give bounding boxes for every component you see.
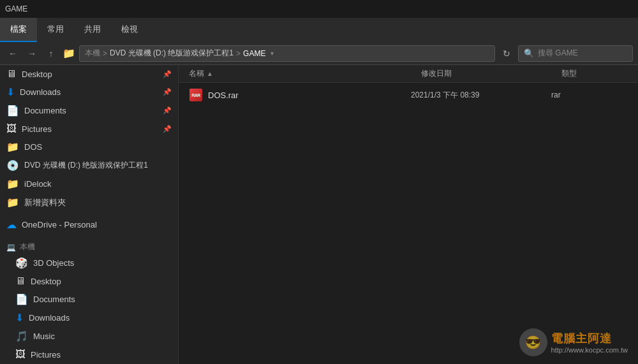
pin-icon: 📌 xyxy=(163,125,172,133)
pin-icon: 📌 xyxy=(163,106,172,115)
path-game: GAME xyxy=(243,49,265,58)
pictures-icon: 🖼 xyxy=(6,123,17,135)
sidebar-group-thispc[interactable]: 💻 本機 xyxy=(0,238,178,254)
watermark-text: 電腦主阿達 http://www.kocpc.com.tw xyxy=(551,331,628,354)
dvd-icon: 💿 xyxy=(6,159,19,171)
watermark-url: http://www.kocpc.com.tw xyxy=(551,346,628,354)
ribbon-tab-file[interactable]: 檔案 xyxy=(0,18,37,42)
sidebar-item-dvd[interactable]: 💿 DVD 光碟機 (D:) 绝版游戏保护工程1 xyxy=(0,156,178,175)
sidebar: 🖥 Desktop 📌 ⬇ Downloads 📌 📄 Documents 📌 … xyxy=(0,65,179,364)
idelock-icon: 📁 xyxy=(6,178,19,190)
path-dvd: DVD 光碟機 (D:) 绝版游戏保护工程1 xyxy=(110,48,234,59)
sidebar-item-documents-pc[interactable]: 📄 Documents xyxy=(0,290,178,309)
sidebar-item-downloads[interactable]: ⬇ Downloads 📌 xyxy=(0,83,178,101)
sidebar-item-label: Documents xyxy=(24,106,66,115)
path-chevron: ▾ xyxy=(271,50,274,57)
ribbon-tab-share[interactable]: 共用 xyxy=(74,18,111,42)
sidebar-item-label: Pictures xyxy=(31,350,61,360)
sidebar-item-label: Downloads xyxy=(20,87,61,97)
onedrive-icon: ☁ xyxy=(6,219,17,231)
thispc-label: 本機 xyxy=(20,242,35,252)
col-header-date[interactable]: 修改日期 xyxy=(416,68,556,79)
pin-icon: 📌 xyxy=(163,88,172,96)
sidebar-item-label: iDelock xyxy=(24,179,52,189)
col-name-label: 名稱 xyxy=(189,68,204,79)
sidebar-item-label: Downloads xyxy=(29,313,70,323)
ribbon-tab-home[interactable]: 常用 xyxy=(37,18,74,42)
sidebar-item-label: OneDrive - Personal xyxy=(22,220,97,229)
dos-folder-icon: 📁 xyxy=(6,141,19,153)
sidebar-item-documents[interactable]: 📄 Documents 📌 xyxy=(0,101,178,120)
ribbon-tab-view[interactable]: 檢視 xyxy=(111,18,148,42)
pictures-pc-icon: 🖼 xyxy=(15,349,26,360)
sidebar-item-label: DOS xyxy=(24,142,42,152)
up-button[interactable]: ↑ xyxy=(43,46,59,61)
sidebar-item-new-folder[interactable]: 📁 新增資料夾 xyxy=(0,193,178,212)
watermark-logo: 😎 xyxy=(519,328,547,356)
watermark: 😎 電腦主阿達 http://www.kocpc.com.tw xyxy=(519,328,628,356)
sidebar-item-pictures[interactable]: 🖼 Pictures 📌 xyxy=(0,120,178,138)
sidebar-item-desktop-pc[interactable]: 🖥 Desktop xyxy=(0,272,178,290)
sidebar-item-label: Desktop xyxy=(22,69,52,79)
sidebar-item-label: 新增資料夾 xyxy=(24,197,66,208)
sidebar-item-label: Documents xyxy=(33,295,75,304)
folder-icon: 📁 xyxy=(63,47,75,59)
sidebar-item-label: Desktop xyxy=(31,277,61,286)
sidebar-item-label: Pictures xyxy=(22,124,52,134)
downloads-icon: ⬇ xyxy=(6,86,15,98)
file-date: 2021/1/3 下午 08:39 xyxy=(411,90,551,101)
search-placeholder: 搜尋 GAME xyxy=(538,48,578,59)
sidebar-item-label: DVD 光碟機 (D:) 绝版游戏保护工程1 xyxy=(24,160,148,171)
file-name-cell: RAR DOS.rar xyxy=(189,88,411,102)
col-type-label: 類型 xyxy=(561,68,577,79)
ribbon: 檔案常用共用檢視 xyxy=(0,18,638,42)
3dobjects-icon: 🎲 xyxy=(15,257,28,269)
path-part-1: 本機 xyxy=(85,48,100,59)
title-bar: GAME xyxy=(0,0,638,18)
sidebar-item-pictures-pc[interactable]: 🖼 Pictures xyxy=(0,346,178,363)
back-button[interactable]: ← xyxy=(5,46,20,61)
col-header-name[interactable]: 名稱 ▲ xyxy=(184,68,416,79)
column-headers: 名稱 ▲ 修改日期 類型 xyxy=(179,65,638,83)
rar-file-icon: RAR xyxy=(189,88,203,102)
pin-icon: 📌 xyxy=(163,70,172,78)
table-row[interactable]: RAR DOS.rar 2021/1/3 下午 08:39 rar xyxy=(179,85,638,105)
main-content: 🖥 Desktop 📌 ⬇ Downloads 📌 📄 Documents 📌 … xyxy=(0,65,638,364)
sidebar-item-label: Music xyxy=(33,331,55,341)
watermark-logo-emoji: 😎 xyxy=(525,335,541,350)
refresh-button[interactable]: ↻ xyxy=(499,46,514,61)
music-pc-icon: 🎵 xyxy=(15,330,28,342)
documents-icon: 📄 xyxy=(6,105,19,117)
file-area: 名稱 ▲ 修改日期 類型 RAR DOS.rar 2021/1/3 下午 08:… xyxy=(179,65,638,364)
desktop-pc-icon: 🖥 xyxy=(15,275,26,287)
sidebar-item-3dobjects[interactable]: 🎲 3D Objects xyxy=(0,254,178,272)
downloads-pc-icon: ⬇ xyxy=(15,312,24,324)
file-type: rar xyxy=(551,91,628,99)
watermark-title: 電腦主阿達 xyxy=(551,331,628,346)
forward-button[interactable]: → xyxy=(24,46,40,61)
search-icon: 🔍 xyxy=(524,48,534,58)
sidebar-item-idelock[interactable]: 📁 iDelock xyxy=(0,175,178,193)
address-bar: ← → ↑ 📁 本機 > DVD 光碟機 (D:) 绝版游戏保护工程1 > GA… xyxy=(0,42,638,65)
thispc-icon: 💻 xyxy=(6,243,16,252)
title-bar-text: GAME xyxy=(5,4,27,13)
col-date-label: 修改日期 xyxy=(421,68,452,79)
sidebar-item-label: 3D Objects xyxy=(33,258,74,268)
sidebar-item-music-pc[interactable]: 🎵 Music xyxy=(0,327,178,346)
sidebar-item-onedrive[interactable]: ☁ OneDrive - Personal xyxy=(0,215,178,234)
desktop-icon: 🖥 xyxy=(6,68,17,80)
file-name: DOS.rar xyxy=(208,91,239,100)
new-folder-icon: 📁 xyxy=(6,196,19,208)
sidebar-item-desktop[interactable]: 🖥 Desktop 📌 xyxy=(0,65,178,83)
documents-pc-icon: 📄 xyxy=(15,293,28,305)
sidebar-item-downloads-pc[interactable]: ⬇ Downloads xyxy=(0,309,178,327)
sort-arrow: ▲ xyxy=(207,70,213,77)
sidebar-item-dos[interactable]: 📁 DOS xyxy=(0,138,178,156)
col-header-type[interactable]: 類型 xyxy=(556,68,633,79)
search-box[interactable]: 🔍 搜尋 GAME xyxy=(518,45,633,62)
file-list: RAR DOS.rar 2021/1/3 下午 08:39 rar xyxy=(179,83,638,364)
address-path[interactable]: 本機 > DVD 光碟機 (D:) 绝版游戏保护工程1 > GAME ▾ xyxy=(79,45,495,62)
